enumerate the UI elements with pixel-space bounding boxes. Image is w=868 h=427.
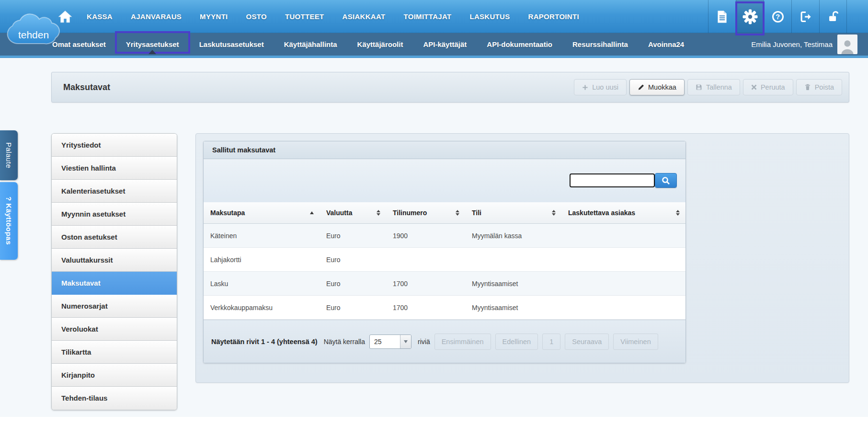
column-header-laskutettava-asiakas[interactable]: Laskutettava asiakas: [561, 202, 685, 223]
lock-button[interactable]: [819, 0, 847, 33]
subnav-avoinna24[interactable]: Avoinna24: [638, 33, 694, 56]
sidebar-item-tilikartta[interactable]: Tilikartta: [52, 341, 177, 364]
sidebar-item-maksutavat[interactable]: Maksutavat: [52, 272, 177, 295]
sidebar-item-yritystiedot[interactable]: Yritystiedot: [52, 134, 177, 157]
column-header-valuutta[interactable]: Valuutta: [320, 202, 386, 223]
documents-button[interactable]: [708, 0, 736, 33]
topnav-kassa[interactable]: KASSA: [78, 12, 122, 21]
page-size-value: 25: [370, 335, 400, 348]
topnav-raportointi[interactable]: RAPORTOINTI: [519, 12, 588, 21]
plus-icon: [582, 84, 588, 91]
column-label: Valuutta: [326, 209, 352, 217]
subnav-kayttajaroolit[interactable]: Käyttäjäroolit: [347, 33, 413, 56]
table-row-verkkokauppamaksu[interactable]: Verkkokauppamaksu Euro 1700 Myyntisaamis…: [204, 296, 685, 320]
subnav-yritysasetukset[interactable]: Yritysasetukset: [116, 33, 189, 56]
pagination-next-button[interactable]: Seuraava: [565, 334, 609, 350]
cell-tili: Myyntisaamiset: [465, 280, 561, 288]
subnav-api-dokumentaatio[interactable]: API-dokumentaatio: [477, 33, 562, 56]
cancel-label: Peruuta: [761, 83, 785, 91]
sidebar-item-veroluokat[interactable]: Veroluokat: [52, 318, 177, 341]
cell-maksutapa: Käteinen: [204, 232, 320, 240]
help-icon: ?: [772, 11, 784, 23]
rows-summary: Näytetään rivit 1 - 4 (yhteensä 4): [211, 338, 318, 346]
cell-valuutta: Euro: [320, 232, 386, 240]
save-button[interactable]: Tallenna: [687, 79, 740, 95]
page-size-select[interactable]: 25: [369, 335, 411, 349]
table-header-row: Maksutapa Valuutta Tilinumero Tili Lasku…: [204, 202, 685, 224]
search-button[interactable]: [655, 173, 677, 188]
column-header-tilinumero[interactable]: Tilinumero: [386, 202, 465, 223]
allowed-payment-methods-panel: Sallitut maksutavat Maksutapa Valuutta T…: [203, 141, 686, 363]
table-row-kateinen[interactable]: Käteinen Euro 1900 Myymälän kassa: [204, 224, 685, 248]
column-label: Tilinumero: [393, 209, 427, 217]
gear-icon: [742, 9, 758, 25]
topnav-myynti[interactable]: MYYNTI: [191, 12, 237, 21]
column-header-maksutapa[interactable]: Maksutapa: [204, 202, 320, 223]
page-header: Maksutavat Luo uusi Muokkaa Tallenna: [51, 72, 849, 103]
save-icon: [696, 84, 702, 91]
sort-icon: [676, 210, 680, 216]
table-footer: Näytetään rivit 1 - 4 (yhteensä 4) Näytä…: [204, 320, 685, 363]
per-page-label: Näytä kerralla: [324, 338, 365, 346]
select-dropdown-button[interactable]: [400, 335, 411, 348]
sidebar-item-viestien-hallinta[interactable]: Viestien hallinta: [52, 157, 177, 180]
cell-tili: Myymälän kassa: [465, 232, 561, 240]
chevron-down-icon: [404, 340, 408, 343]
topnav-toimittajat[interactable]: TOIMITTAJAT: [394, 12, 460, 21]
main-content-container: Sallitut maksutavat Maksutapa Valuutta T…: [195, 133, 849, 383]
search-input[interactable]: [570, 173, 655, 187]
top-menu: KASSA AJANVARAUS MYYNTI OSTO TUOTTEET AS…: [78, 0, 588, 33]
cancel-button[interactable]: Peruuta: [743, 79, 793, 95]
column-label: Tili: [472, 209, 481, 217]
subnav-yritysasetukset-label: Yritysasetukset: [126, 40, 179, 48]
sidebar-item-oston-asetukset[interactable]: Oston asetukset: [52, 226, 177, 249]
help-button[interactable]: ?: [764, 0, 791, 33]
cell-valuutta: Euro: [320, 256, 386, 264]
sidebar-item-kalenteriasetukset[interactable]: Kalenteriasetukset: [52, 180, 177, 203]
create-new-button[interactable]: Luo uusi: [574, 79, 627, 95]
pagination-last-button[interactable]: Viimeinen: [613, 334, 658, 350]
create-new-label: Luo uusi: [592, 83, 618, 91]
cell-valuutta: Euro: [320, 280, 386, 288]
topnav-tuotteet[interactable]: TUOTTEET: [276, 12, 333, 21]
subnav-kayttajahallinta[interactable]: Käyttäjähallinta: [274, 33, 347, 56]
cell-tilinumero: 1700: [386, 304, 465, 312]
save-label: Tallenna: [706, 83, 732, 91]
pagination-first-button[interactable]: Ensimmäinen: [434, 334, 491, 350]
sidebar-item-tehden-tilaus[interactable]: Tehden-tilaus: [52, 387, 177, 410]
person-icon: [839, 38, 856, 54]
subnav-laskutusasetukset[interactable]: Laskutusasetukset: [189, 33, 274, 56]
trash-icon: [804, 84, 811, 91]
sidebar-item-myynnin-asetukset[interactable]: Myynnin asetukset: [52, 203, 177, 226]
topnav-laskutus[interactable]: LASKUTUS: [460, 12, 519, 21]
table-row-lahjakortti[interactable]: Lahjakortti Euro: [204, 248, 685, 272]
sidebar-item-valuuttakurssit[interactable]: Valuuttakurssit: [52, 249, 177, 272]
sub-menu: Omat asetukset Yritysasetukset Laskutusa…: [42, 33, 694, 56]
user-guide-tab[interactable]: ? Käyttöopas: [0, 182, 18, 260]
search-icon: [662, 176, 670, 185]
sidebar-item-kirjanpito[interactable]: Kirjanpito: [52, 364, 177, 387]
edit-button[interactable]: Muokkaa: [629, 79, 685, 95]
table-row-lasku[interactable]: Lasku Euro 1700 Myyntisaamiset: [204, 272, 685, 296]
subnav-api-kayttajat[interactable]: API-käyttäjät: [413, 33, 477, 56]
delete-button[interactable]: Poista: [796, 79, 842, 95]
feedback-tab[interactable]: Palaute: [0, 130, 18, 180]
column-label: Maksutapa: [210, 209, 245, 217]
edit-label: Muokkaa: [648, 83, 676, 91]
topnav-asiakkaat[interactable]: ASIAKKAAT: [333, 12, 395, 21]
topnav-ajanvaraus[interactable]: AJANVARAUS: [122, 12, 191, 21]
pagination-page-1-button[interactable]: 1: [542, 334, 560, 350]
sidebar-item-numerosarjat[interactable]: Numerosarjat: [52, 295, 177, 318]
column-label: Laskutettava asiakas: [568, 209, 635, 217]
pagination-previous-button[interactable]: Edellinen: [495, 334, 538, 350]
logout-button[interactable]: [791, 0, 819, 33]
delete-label: Poista: [815, 83, 834, 91]
user-avatar[interactable]: [837, 35, 857, 54]
settings-button[interactable]: [736, 0, 764, 33]
cell-tilinumero: 1700: [386, 280, 465, 288]
topnav-osto[interactable]: OSTO: [237, 12, 276, 21]
tehden-logo[interactable]: tehden: [4, 13, 72, 53]
logout-icon: [799, 11, 812, 23]
subnav-resurssihallinta[interactable]: Resurssihallinta: [562, 33, 638, 56]
column-header-tili[interactable]: Tili: [465, 202, 561, 223]
